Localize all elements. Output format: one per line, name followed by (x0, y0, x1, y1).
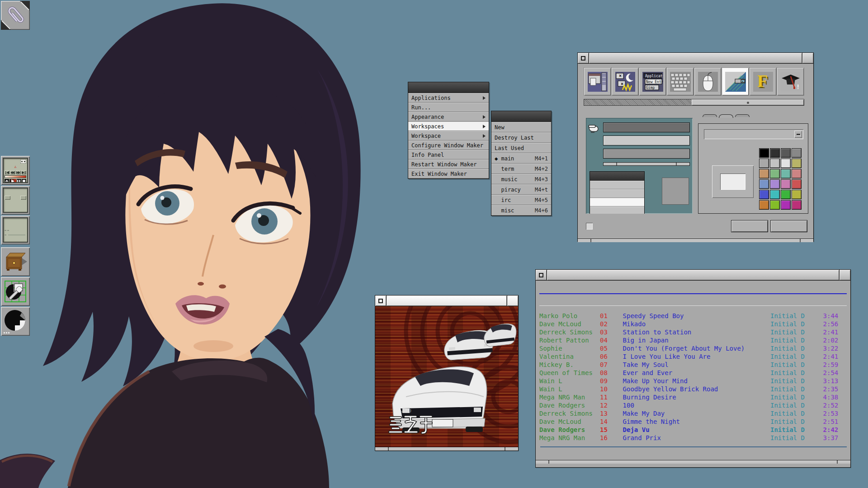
playlist-track-row[interactable]: Queen of Times 08 Ever and Ever Initial … (539, 369, 847, 377)
docs-icon[interactable]: ! (777, 67, 804, 96)
workspaces-menu-titlebar[interactable] (491, 111, 551, 122)
preview-menu-item-disabled[interactable] (590, 189, 644, 198)
root-menu-item[interactable]: Info Panel (408, 150, 489, 160)
player-resize-handle[interactable] (536, 460, 850, 464)
color-target-dropdown[interactable] (704, 129, 803, 139)
feh-miniaturize-button[interactable] (375, 296, 387, 306)
palette-color[interactable] (759, 179, 769, 189)
palette-color[interactable] (781, 190, 791, 199)
preview-owner-window-bar[interactable] (603, 149, 690, 159)
playlist-track-row[interactable]: Valentina 06 I Love You Like You Are Ini… (539, 352, 847, 361)
workspaces-menu-item[interactable]: ◆ main M4+1 (491, 153, 551, 164)
feh-close-button[interactable] (507, 296, 518, 306)
close-prefs-button[interactable] (770, 220, 807, 232)
root-menu-item[interactable]: Workspace (408, 131, 489, 141)
pause-button[interactable] (17, 179, 21, 183)
root-menu-item[interactable]: Exit Window Maker (408, 169, 489, 178)
mouse-icon[interactable] (694, 67, 722, 96)
playlist-track-row[interactable]: Wain L 10 Goodbye Yellow Brick Road Init… (539, 385, 847, 393)
palette-color[interactable] (792, 190, 802, 199)
palette-color[interactable] (792, 169, 802, 178)
eject-button[interactable] (5, 179, 9, 183)
playlist-track-row[interactable]: Derreck Simons 03 Station to Station Ini… (539, 328, 847, 336)
rewind-button[interactable] (10, 170, 15, 174)
balloon-help-checkbox[interactable] (586, 223, 593, 230)
playlist-track-row[interactable]: Robert Patton 04 Big in Japan Initial D … (539, 336, 847, 344)
root-menu-titlebar[interactable] (408, 82, 489, 93)
dropdown-button-icon[interactable] (794, 131, 802, 138)
playlist-track-row[interactable]: Derreck Simons 13 Make My Day Initial D … (539, 409, 847, 418)
workspaces-menu-item[interactable]: Destroy Last (491, 132, 551, 143)
dockapp-recycler[interactable] (1, 307, 30, 336)
stop-button[interactable] (22, 179, 26, 183)
palette-color[interactable] (759, 200, 769, 210)
preview-focused-window-bar[interactable] (603, 122, 690, 132)
palette-color[interactable] (770, 179, 780, 189)
preview-menu-item-highlighted[interactable] (590, 198, 644, 206)
appearance-icon[interactable]: × (722, 67, 749, 96)
close-button[interactable] (802, 53, 813, 63)
disk-next-button[interactable] (20, 196, 26, 200)
playlist-track-row[interactable]: Mickey B. 07 Take My Soul Initial D 2:59 (539, 361, 847, 369)
disk-prev-button[interactable] (5, 196, 10, 200)
playlist-track-row[interactable]: Dave McLoud 02 Mikado Initial D 2:56 (539, 320, 847, 328)
preview-menu-title[interactable] (590, 172, 644, 181)
workspaces-menu-item[interactable]: misc M4+6 (491, 205, 551, 216)
palette-color[interactable] (792, 159, 802, 168)
playlist-track-row[interactable]: Dave McLoud 14 Gimme the Night Initial D… (539, 418, 847, 426)
preview-resizebar[interactable] (603, 162, 690, 166)
playlist-track-row[interactable]: Mega NRG Man 11 Burning Desire Initial D… (539, 393, 847, 401)
preview-menu-item-normal2[interactable] (590, 206, 644, 214)
feh-titlebar[interactable] (375, 296, 518, 306)
palette-color[interactable] (781, 148, 791, 158)
root-menu-item[interactable]: Restart Window Maker (408, 160, 489, 169)
workspaces-menu-item[interactable]: term M4+2 (491, 164, 551, 174)
playlist-track-row[interactable]: Sophie 05 Don't You (Forget About My Lov… (539, 344, 847, 352)
palette-color[interactable] (759, 159, 769, 168)
palette-color[interactable] (770, 190, 780, 199)
expert-options-icon[interactable]: ×× (611, 67, 639, 96)
palette-color[interactable] (792, 148, 802, 158)
playlist-track-row[interactable]: Mega NRG Man 16 Grand Prix Initial D 3:3… (539, 434, 847, 442)
seek-progress-bar[interactable] (539, 443, 847, 451)
palette-color[interactable] (770, 148, 780, 158)
root-menu-item[interactable]: Configure Window Maker (408, 141, 489, 150)
color-well[interactable] (712, 165, 754, 198)
playlist-track-row[interactable]: Dave Rodgers 15 Deja Vu Initial D 2:42 (539, 426, 847, 434)
playlist-track-row[interactable]: Dave Rodgers 12 100 Initial D 2:52 (539, 401, 847, 409)
dockapp-clock[interactable] (1, 216, 30, 244)
seek-bar[interactable] (5, 175, 26, 178)
keyboard-icon[interactable] (666, 67, 694, 96)
palette-color[interactable] (770, 169, 780, 178)
player-close-button[interactable] (839, 270, 850, 280)
prefs-resize-handle[interactable] (578, 239, 813, 242)
menu-editor-icon[interactable]: ApplicatiNew Entr|Gimp (639, 67, 666, 96)
play-button[interactable] (9, 179, 16, 183)
dockapp-music-player[interactable]: ∴ (1, 156, 30, 185)
dockapp-wprefs[interactable] (1, 277, 30, 306)
workspace-clip[interactable] (1, 1, 30, 30)
workspaces-menu-item[interactable]: music M4+3 (491, 174, 551, 184)
font-icon[interactable]: FF (749, 67, 777, 96)
preview-menu-item-normal[interactable] (590, 181, 644, 189)
root-menu-item[interactable]: Applications (408, 93, 489, 103)
palette-color[interactable] (759, 190, 769, 199)
fast-forward-button[interactable] (16, 170, 21, 174)
workspaces-menu-item[interactable]: Last Used (491, 143, 551, 153)
prefs-titlebar[interactable] (578, 53, 813, 64)
feh-resize-handle[interactable] (375, 447, 518, 450)
workspaces-menu-item[interactable]: New (491, 122, 551, 132)
playlist-track-row[interactable]: Wain L 09 Make Up Your Mind Initial D 3:… (539, 377, 847, 385)
window-handling-icon[interactable] (584, 67, 611, 96)
root-menu-item[interactable]: Workspaces (408, 122, 489, 131)
toolbar-scrollbar-knob[interactable] (692, 99, 804, 105)
player-titlebar[interactable] (536, 270, 850, 281)
root-menu-item[interactable]: Appearance (408, 112, 489, 122)
next-track-button[interactable] (21, 170, 26, 174)
save-button[interactable] (731, 220, 768, 232)
root-menu-item[interactable]: Run... (408, 103, 489, 112)
palette-color[interactable] (781, 179, 791, 189)
palette-color[interactable] (792, 200, 802, 210)
dockapp-disk-monitor[interactable] (1, 186, 30, 215)
preview-unfocused-window-bar[interactable] (603, 136, 690, 145)
